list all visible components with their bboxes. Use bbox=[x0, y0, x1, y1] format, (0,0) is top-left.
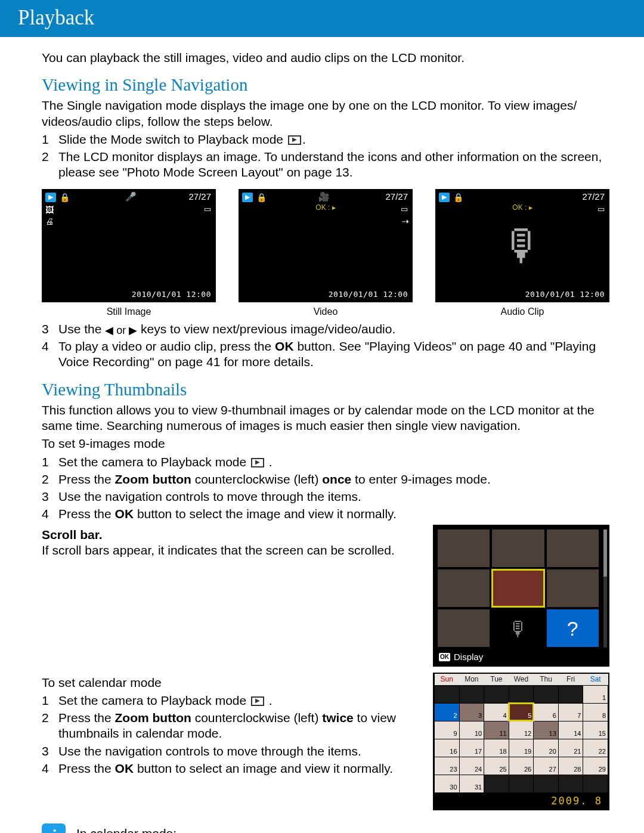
battery-icon: ▭ bbox=[401, 205, 408, 214]
step: 2 The LCD monitor displays an image. To … bbox=[42, 149, 609, 181]
section1-desc: The Single navigation mode displays the … bbox=[42, 98, 609, 129]
step: 3 Use the ◀ or ▶ keys to view next/previ… bbox=[42, 321, 609, 337]
lcd-thumbnails: ▶🔒 🎤 27/27 ▭ 🖼🖨 2010/01/01 12:00 Still I… bbox=[42, 189, 609, 318]
step: 4 To play a video or audio clip, press t… bbox=[42, 339, 609, 370]
lock-icon: 🔒 bbox=[256, 193, 267, 203]
page-header: Playback bbox=[0, 0, 644, 37]
playback-mode-icon bbox=[288, 135, 301, 145]
section1-steps-a: 1 Slide the Mode switch to Playback mode… bbox=[42, 132, 609, 181]
calendar-screenshot: Sun Mon Tue Wed Thu Fri Sat 1 2345678 91… bbox=[433, 673, 609, 810]
mic-icon: 🎤 bbox=[125, 191, 137, 203]
ok-badge: OK bbox=[439, 653, 450, 662]
page-body: You can playback the still images, video… bbox=[0, 37, 644, 833]
playback-mode-icon bbox=[251, 696, 264, 706]
lock-icon: 🔒 bbox=[60, 193, 70, 203]
play-icon: ▶ bbox=[45, 193, 56, 202]
scrollbar-text: If scroll bars appear, it indicates that… bbox=[42, 543, 395, 557]
info-heading: In calendar mode: bbox=[76, 826, 609, 833]
playback-mode-icon bbox=[251, 458, 264, 467]
thumbnail-grid-screenshot: 🎙? OKDisplay bbox=[433, 525, 609, 667]
step: 1 Slide the Mode switch to Playback mode… bbox=[42, 132, 609, 147]
scrollbar-heading: Scroll bar. bbox=[42, 528, 103, 541]
play-icon: ▶ bbox=[242, 193, 253, 202]
thumb-video: ▶🔒 🎥 27/27 OK : ▸ ▭ ⇢ 2010/01/01 12:00 V… bbox=[239, 189, 413, 318]
big-mic-icon: 🎙 bbox=[501, 219, 544, 272]
info-box: i In calendar mode: The first file (Incl… bbox=[42, 823, 609, 833]
calendar-date: 2009. 8 bbox=[434, 793, 608, 809]
battery-icon: ▭ bbox=[597, 205, 605, 214]
intro-text: You can playback the still images, video… bbox=[42, 50, 609, 66]
arrow-keys-icon: ◀ or ▶ bbox=[105, 324, 137, 337]
scrollbar-icon bbox=[603, 529, 607, 648]
section1-heading: Viewing in Single Navigation bbox=[42, 74, 609, 95]
cal-label: To set calendar mode bbox=[42, 675, 419, 690]
section2-heading: Viewing Thumbnails bbox=[42, 379, 609, 400]
info-icon: i bbox=[42, 823, 66, 833]
thumb-audio: ▶🔒 27/27 OK : ▸ ▭ 🎙 2010/01/01 12:00 Aud… bbox=[435, 189, 609, 318]
cal-steps: 1Set the camera to Playback mode . 2Pres… bbox=[42, 693, 419, 776]
section2-desc: This function allows you to view 9-thumb… bbox=[42, 402, 609, 434]
lock-icon: 🔒 bbox=[453, 193, 463, 203]
thumb-still: ▶🔒 🎤 27/27 ▭ 🖼🖨 2010/01/01 12:00 Still I… bbox=[42, 189, 216, 318]
battery-icon: ▭ bbox=[204, 205, 211, 214]
video-icon: 🎥 bbox=[318, 191, 330, 203]
section1-steps-b: 3 Use the ◀ or ▶ keys to view next/previ… bbox=[42, 321, 609, 370]
play-icon: ▶ bbox=[439, 193, 450, 202]
mode9-steps: 1Set the camera to Playback mode . 2Pres… bbox=[42, 454, 609, 522]
mode9-label: To set 9-images mode bbox=[42, 436, 609, 451]
page-title: Playback bbox=[18, 5, 626, 31]
